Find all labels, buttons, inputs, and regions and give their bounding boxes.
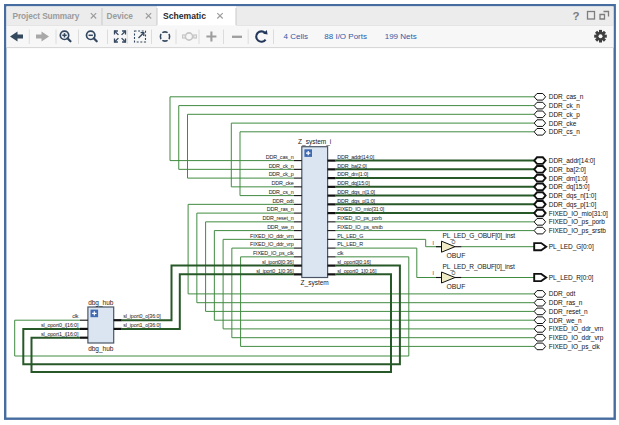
svg-text:?: ?	[573, 10, 580, 22]
svg-text:PL_LED_G: PL_LED_G	[337, 233, 363, 239]
svg-text:DDR_cke: DDR_cke	[549, 120, 577, 128]
svg-text:I: I	[433, 270, 434, 276]
svg-text:sl_iport0_1[0:36]: sl_iport0_1[0:36]	[256, 268, 294, 274]
svg-text:199 Nets: 199 Nets	[385, 32, 417, 41]
svg-text:DDR_odt: DDR_odt	[272, 198, 294, 204]
svg-text:FIXED_IO_ps_srstb: FIXED_IO_ps_srstb	[549, 227, 606, 235]
svg-text:PL_LED_R_OBUF[0]_inst: PL_LED_R_OBUF[0]_inst	[443, 263, 515, 271]
svg-text:DDR_dq[15:0]: DDR_dq[15:0]	[549, 183, 590, 191]
svg-text:sl_iport1_o[36:0]: sl_iport1_o[36:0]	[123, 322, 161, 328]
svg-text:Project Summary: Project Summary	[13, 11, 80, 21]
svg-text:PL_LED_G[0:0]: PL_LED_G[0:0]	[549, 243, 594, 251]
svg-text:DDR_cs_n: DDR_cs_n	[549, 128, 580, 136]
svg-text:DDR_we_n: DDR_we_n	[267, 224, 294, 230]
svg-text:4 Cells: 4 Cells	[284, 32, 308, 41]
svg-text:DDR_ck_p: DDR_ck_p	[269, 171, 294, 177]
svg-text:DDR_cas_n: DDR_cas_n	[549, 93, 584, 101]
svg-text:FIXED_IO_ps_clk: FIXED_IO_ps_clk	[253, 250, 294, 256]
svg-text:I: I	[433, 240, 434, 246]
svg-text:DDR_reset_n: DDR_reset_n	[262, 215, 293, 221]
svg-text:O: O	[452, 270, 456, 276]
svg-text:Schematic: Schematic	[163, 11, 206, 21]
svg-text:dbg_hub: dbg_hub	[88, 345, 114, 353]
svg-text:DDR_dm[1:0]: DDR_dm[1:0]	[337, 171, 369, 177]
svg-text:DDR_dqs_n[1:0]: DDR_dqs_n[1:0]	[337, 189, 375, 195]
svg-text:sl_oport0[0:16]: sl_oport0[0:16]	[337, 259, 371, 265]
svg-text:DDR_ba[2:0]: DDR_ba[2:0]	[549, 166, 586, 174]
svg-text:dbg_hub: dbg_hub	[88, 299, 114, 307]
svg-text:OBUF: OBUF	[447, 252, 466, 259]
svg-text:PL_LED_G_OBUF[0]_inst: PL_LED_G_OBUF[0]_inst	[443, 232, 516, 240]
svg-text:DDR_odt: DDR_odt	[549, 290, 576, 298]
svg-text:sl_iport0[0:36]: sl_iport0[0:36]	[262, 259, 294, 265]
svg-text:Z_system_i: Z_system_i	[298, 138, 331, 146]
svg-text:Device: Device	[107, 11, 134, 21]
svg-text:DDR_dq[15:0]: DDR_dq[15:0]	[337, 180, 370, 186]
svg-text:DDR_addr[14:0]: DDR_addr[14:0]	[337, 154, 375, 160]
svg-text:DDR_dm[1:0]: DDR_dm[1:0]	[549, 175, 588, 183]
svg-text:DDR_dqs_n[1:0]: DDR_dqs_n[1:0]	[549, 192, 597, 200]
svg-text:FIXED_IO_ps_porb: FIXED_IO_ps_porb	[337, 215, 382, 221]
svg-text:Z_system: Z_system	[301, 279, 329, 287]
svg-text:OBUF: OBUF	[447, 283, 466, 290]
svg-text:FIXED_IO_mio[31:0]: FIXED_IO_mio[31:0]	[337, 206, 385, 212]
svg-text:DDR_ck_p: DDR_ck_p	[549, 111, 580, 119]
svg-text:DDR_dqs_p[1:0]: DDR_dqs_p[1:0]	[337, 198, 375, 204]
svg-text:clk: clk	[72, 313, 79, 319]
svg-text:DDR_cas_n: DDR_cas_n	[266, 154, 294, 160]
svg-text:DDR_cs_n: DDR_cs_n	[269, 189, 294, 195]
svg-text:sl_iport0_o[36:0]: sl_iport0_o[36:0]	[123, 313, 161, 319]
svg-text:FIXED_IO_ddr_vrn: FIXED_IO_ddr_vrn	[250, 233, 294, 239]
svg-text:DDR_addr[14:0]: DDR_addr[14:0]	[549, 157, 596, 165]
svg-text:O: O	[452, 239, 456, 245]
svg-text:DDR_ba[2:0]: DDR_ba[2:0]	[337, 163, 367, 169]
svg-text:FIXED_IO_ps_clk: FIXED_IO_ps_clk	[549, 343, 601, 351]
svg-text:DDR_cke: DDR_cke	[271, 180, 293, 186]
svg-text:DDR_dqs_p[1:0]: DDR_dqs_p[1:0]	[549, 201, 597, 209]
svg-text:DDR_we_n: DDR_we_n	[549, 317, 582, 325]
svg-text:DDR_ck_n: DDR_ck_n	[269, 163, 294, 169]
svg-text:88 I/O Ports: 88 I/O Ports	[324, 32, 367, 41]
svg-text:PL_LED_R[0:0]: PL_LED_R[0:0]	[549, 274, 594, 282]
svg-text:DDR_ck_n: DDR_ck_n	[549, 102, 580, 110]
svg-text:FIXED_IO_mio[31:0]: FIXED_IO_mio[31:0]	[549, 210, 608, 218]
svg-text:DDR_ras_n: DDR_ras_n	[267, 206, 294, 212]
svg-text:FIXED_IO_ps_srstb: FIXED_IO_ps_srstb	[337, 224, 383, 230]
svg-text:DDR_reset_n: DDR_reset_n	[549, 308, 588, 316]
svg-text:FIXED_IO_ps_porb: FIXED_IO_ps_porb	[549, 218, 605, 226]
svg-text:FIXED_IO_ddr_vrp: FIXED_IO_ddr_vrp	[549, 334, 604, 342]
svg-text:sl_oport0_i[16:0]: sl_oport0_i[16:0]	[41, 322, 79, 328]
svg-text:sl_oport1_i[16:0]: sl_oport1_i[16:0]	[41, 331, 79, 337]
svg-text:FIXED_IO_ddr_vrn: FIXED_IO_ddr_vrn	[549, 325, 604, 333]
svg-text:PL_LED_R: PL_LED_R	[337, 241, 363, 247]
svg-text:DDR_ras_n: DDR_ras_n	[549, 299, 583, 307]
svg-text:sl_oport0_1[0:16]: sl_oport0_1[0:16]	[337, 268, 377, 274]
svg-text:clk: clk	[337, 250, 344, 256]
svg-text:FIXED_IO_ddr_vrp: FIXED_IO_ddr_vrp	[250, 241, 294, 247]
